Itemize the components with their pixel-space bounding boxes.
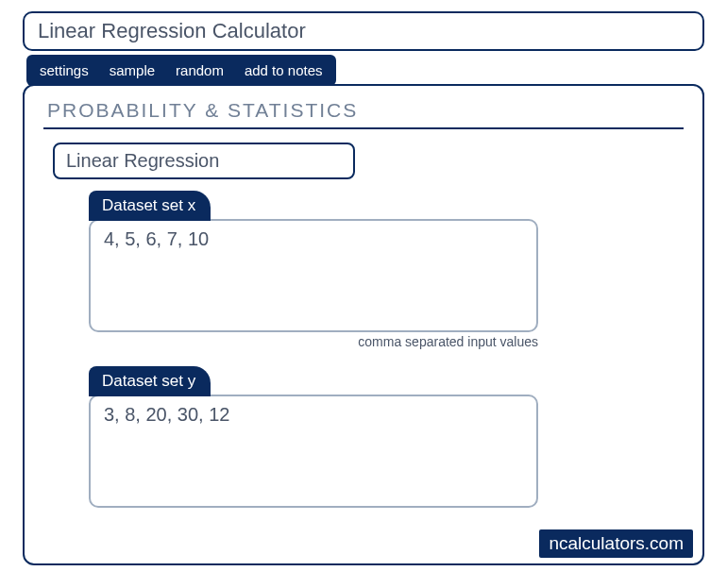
dataset-y-label: Dataset set y bbox=[89, 366, 211, 396]
dataset-y-group: Dataset set y bbox=[89, 366, 542, 508]
tabs-bar: settings sample random add to notes bbox=[26, 55, 336, 86]
tab-random[interactable]: random bbox=[176, 62, 224, 78]
dataset-x-group: Dataset set x comma separated input valu… bbox=[89, 191, 542, 349]
dataset-x-label: Dataset set x bbox=[89, 191, 211, 221]
main-panel: PROBABILITY & STATISTICS Linear Regressi… bbox=[23, 84, 704, 565]
dataset-x-input[interactable] bbox=[89, 219, 538, 332]
section-subtitle: Linear Regression bbox=[53, 143, 355, 179]
brand-badge: ncalculators.com bbox=[539, 529, 693, 558]
tab-add-to-notes[interactable]: add to notes bbox=[245, 62, 323, 78]
dataset-x-hint: comma separated input values bbox=[89, 334, 538, 349]
dataset-y-input[interactable] bbox=[89, 395, 538, 508]
section-heading: PROBABILITY & STATISTICS bbox=[43, 99, 684, 129]
tab-sample[interactable]: sample bbox=[110, 62, 155, 78]
tab-settings[interactable]: settings bbox=[40, 62, 89, 78]
page-title: Linear Regression Calculator bbox=[23, 11, 704, 51]
